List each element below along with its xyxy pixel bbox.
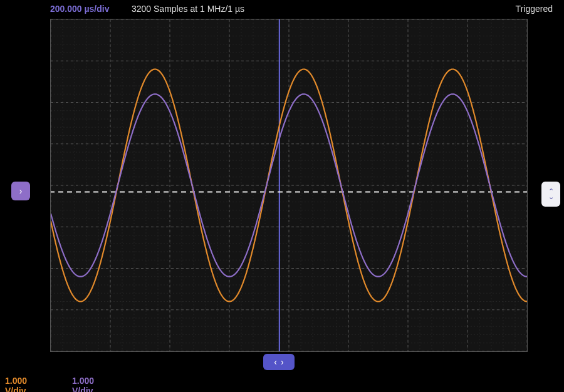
ch2-vdiv-label[interactable]: 1.000 V/div: [72, 376, 94, 392]
trigger-status-label: Triggered: [516, 4, 553, 14]
chevron-right-icon: ›: [19, 186, 23, 196]
ch1-vdiv-label[interactable]: 1.000 V/div: [5, 376, 27, 392]
timebase-label[interactable]: 200.000 µs/div: [50, 4, 109, 14]
chevron-left-icon: ‹: [274, 357, 277, 367]
time-offset-handle[interactable]: ‹ ›: [263, 354, 295, 370]
channel-offset-handle[interactable]: ›: [11, 182, 30, 200]
trigger-level-handle[interactable]: ⌃ ⌄: [541, 182, 560, 207]
sample-info-label: 3200 Samples at 1 MHz/1 µs: [132, 4, 244, 14]
chevron-right-icon: ›: [281, 357, 284, 367]
oscilloscope-plot[interactable]: [50, 19, 528, 352]
scope-canvas: [51, 19, 527, 351]
chevron-down-icon: ⌄: [548, 194, 554, 200]
